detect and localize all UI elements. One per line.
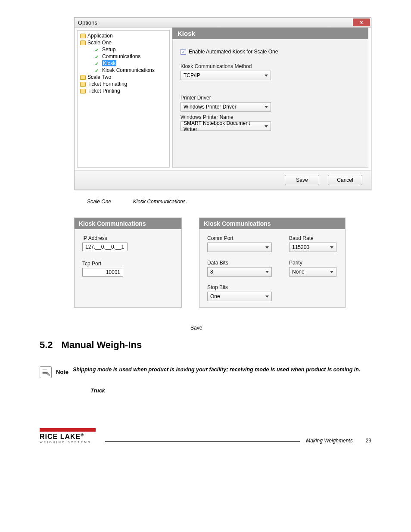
caption-scale-one: Scale One <box>87 199 111 205</box>
dialog-titlebar: Options x <box>75 18 371 28</box>
chevron-down-icon <box>265 75 268 77</box>
footer-page-number: 29 <box>366 438 371 444</box>
options-dialog: Options x Application Scale One <box>74 17 371 190</box>
caption-line: Scale One Kiosk Communications. <box>87 199 371 205</box>
chevron-down-icon <box>265 296 269 298</box>
folder-icon <box>80 89 86 93</box>
tree-label: Setup <box>102 47 115 53</box>
logo-main: RICE LAKE® <box>40 433 96 441</box>
section-heading: 5.2 Manual Weigh-Ins <box>40 339 371 351</box>
folder-icon <box>80 40 86 45</box>
tree-label: Scale Two <box>87 74 111 80</box>
data-bits-label: Data Bits <box>207 260 272 266</box>
tree-label: Application <box>87 33 113 39</box>
footer-right: Making Weighments 29 <box>306 438 371 444</box>
tree-item-kiosk-comm[interactable]: Kiosk Communications <box>80 67 168 74</box>
serial-panel: Kiosk Communications Comm Port Baud Rate… <box>199 218 346 308</box>
tree-item-ticket-printing[interactable]: Ticket Printing <box>80 87 168 94</box>
kiosk-method-dropdown[interactable]: TCP/IP <box>181 71 271 80</box>
enable-kiosk-checkbox[interactable]: ✓ <box>181 49 186 55</box>
caption-kiosk-comm: Kiosk Communications <box>133 199 186 205</box>
close-button[interactable]: x <box>353 19 370 26</box>
chevron-down-icon <box>265 125 268 128</box>
folder-icon <box>80 82 86 87</box>
enable-kiosk-label: Enable Automated Kiosk for Scale One <box>189 49 278 55</box>
tree-label: Communications <box>102 53 140 59</box>
tree-item-kiosk[interactable]: Kiosk <box>80 60 168 67</box>
data-bits-dropdown[interactable]: 8 <box>207 267 272 277</box>
note-text: Shipping mode is used when product is le… <box>73 366 360 373</box>
stop-bits-label: Stop Bits <box>207 284 272 290</box>
folder-icon <box>80 75 86 80</box>
save-text: Save <box>190 325 371 331</box>
chevron-down-icon <box>330 271 333 273</box>
logo-bar <box>40 428 96 432</box>
dropdown-value: 115200 <box>292 244 309 250</box>
printer-name-label: Windows Printer Name <box>181 114 360 120</box>
cancel-button[interactable]: Cancel <box>328 175 362 185</box>
section-number: 5.2 <box>40 339 53 351</box>
comm-port-label: Comm Port <box>207 235 272 241</box>
caption-period: . <box>186 199 187 205</box>
kiosk-method-label: Kiosk Communications Method <box>181 63 360 69</box>
tree-item-communications[interactable]: Communications <box>80 53 168 60</box>
stop-bits-dropdown[interactable]: One <box>207 292 272 301</box>
tree-label-selected: Kiosk <box>102 60 116 66</box>
tree-item-scale-two[interactable]: Scale Two <box>80 74 168 81</box>
button-label: Cancel <box>337 177 353 183</box>
save-button[interactable]: Save <box>285 175 319 185</box>
dropdown-value: SMART Notebook Document Writer <box>184 120 265 132</box>
tree-item-ticket-formatting[interactable]: Ticket Formatting <box>80 81 168 87</box>
check-icon <box>95 61 100 66</box>
note-icon <box>40 366 52 378</box>
dropdown-value: None <box>292 269 305 275</box>
tree-label: Scale One <box>87 40 112 46</box>
printer-name-dropdown[interactable]: SMART Notebook Document Writer <box>181 121 271 131</box>
tcpip-panel-title: Kiosk Communications <box>75 218 181 229</box>
tcpip-panel: Kiosk Communications IP Address 127.__0.… <box>74 218 182 308</box>
serial-panel-title: Kiosk Communications <box>199 218 345 229</box>
chevron-down-icon <box>265 246 269 249</box>
chevron-down-icon <box>265 271 269 273</box>
tree-item-scale-one[interactable]: Scale One <box>80 39 168 46</box>
note-block: Note Shipping mode is used when product … <box>40 366 371 378</box>
logo: RICE LAKE® WEIGHING SYSTEMS <box>40 428 96 444</box>
dropdown-value: TCP/IP <box>184 72 200 78</box>
logo-sub: WEIGHING SYSTEMS <box>40 441 96 444</box>
truck-text: Truck <box>90 388 371 394</box>
input-value: 127.__0.__0.__1 <box>85 244 124 250</box>
dropdown-value: One <box>210 293 220 299</box>
tree-label: Kiosk Communications <box>102 67 155 73</box>
tree-item-application[interactable]: Application <box>80 32 168 39</box>
parity-label: Parity <box>289 260 337 266</box>
dropdown-value: Windows Printer Driver <box>184 104 237 110</box>
dropdown-value: 8 <box>210 269 213 275</box>
printer-driver-dropdown[interactable]: Windows Printer Driver <box>181 102 271 112</box>
tree-label: Ticket Formatting <box>87 81 127 87</box>
footer-section-name: Making Weighments <box>306 438 353 444</box>
section-title: Manual Weigh-Ins <box>62 339 142 351</box>
note-label: Note <box>56 369 68 375</box>
baud-rate-label: Baud Rate <box>289 235 337 241</box>
options-tree[interactable]: Application Scale One Setup Communicatio… <box>77 30 170 168</box>
chevron-down-icon <box>330 246 333 249</box>
tree-label: Ticket Printing <box>87 88 120 94</box>
tree-item-setup[interactable]: Setup <box>80 46 168 53</box>
check-icon <box>95 54 100 59</box>
printer-driver-label: Printer Driver <box>181 95 360 101</box>
button-label: Save <box>296 177 308 183</box>
ip-address-label: IP Address <box>82 235 174 241</box>
close-icon: x <box>360 19 363 25</box>
baud-rate-dropdown[interactable]: 115200 <box>289 243 336 252</box>
panel-title: Kiosk <box>172 28 368 39</box>
check-icon <box>95 47 100 53</box>
parity-dropdown[interactable]: None <box>289 267 336 277</box>
check-icon <box>95 68 100 73</box>
ip-address-input[interactable]: 127.__0.__0.__1 <box>82 243 128 251</box>
comm-port-dropdown[interactable] <box>207 243 272 252</box>
dialog-title: Options <box>78 19 97 26</box>
chevron-down-icon <box>265 106 268 108</box>
folder-icon <box>80 34 86 38</box>
tcp-port-input[interactable]: 10001 <box>82 268 123 277</box>
input-value: 10001 <box>106 269 120 275</box>
